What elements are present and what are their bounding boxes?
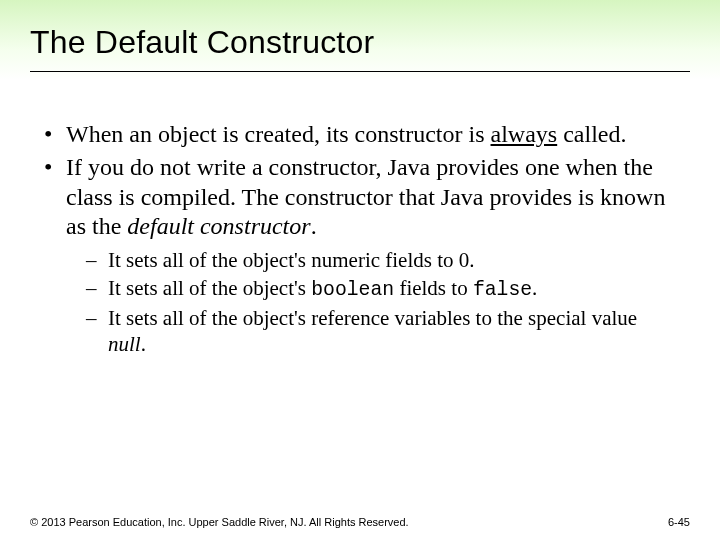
text: It sets all of the object's numeric fiel… <box>108 248 475 272</box>
bullet-list: When an object is created, its construct… <box>40 120 680 357</box>
bullet-item: When an object is created, its construct… <box>40 120 680 149</box>
text: . <box>311 213 317 239</box>
slide: The Default Constructor When an object i… <box>0 0 720 540</box>
sub-bullet-item: It sets all of the object's reference va… <box>66 305 680 358</box>
sub-bullet-item: It sets all of the object's numeric fiel… <box>66 247 680 273</box>
text: . <box>141 332 146 356</box>
italic-text: default constructor <box>127 213 310 239</box>
bullet-item: If you do not write a constructor, Java … <box>40 153 680 357</box>
slide-footer: © 2013 Pearson Education, Inc. Upper Sad… <box>30 516 690 528</box>
slide-body: When an object is created, its construct… <box>40 120 680 361</box>
sub-bullet-item: It sets all of the object's boolean fiel… <box>66 275 680 303</box>
text: . <box>532 276 537 300</box>
underline-text: always <box>491 121 558 147</box>
italic-text: null <box>108 332 141 356</box>
text: It sets all of the object's reference va… <box>108 306 637 330</box>
text: fields to <box>394 276 473 300</box>
code-text: false <box>473 279 532 301</box>
slide-title: The Default Constructor <box>30 24 690 72</box>
page-number: 6-45 <box>668 516 690 528</box>
text: When an object is created, its construct… <box>66 121 491 147</box>
text: called. <box>557 121 626 147</box>
copyright-text: © 2013 Pearson Education, Inc. Upper Sad… <box>30 516 409 528</box>
text: It sets all of the object's <box>108 276 311 300</box>
sub-bullet-list: It sets all of the object's numeric fiel… <box>66 247 680 357</box>
code-text: boolean <box>311 279 394 301</box>
